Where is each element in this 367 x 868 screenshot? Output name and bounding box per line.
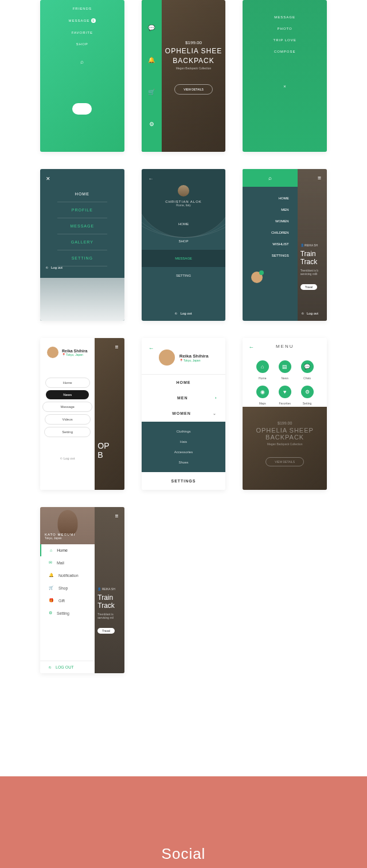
bg-title: B [97,450,124,459]
user-name: Reika Shihira [179,354,209,359]
nav-item[interactable]: 🛒Shop [40,582,95,594]
close-icon[interactable]: ✕ [46,176,50,182]
nav-item[interactable]: WOMEN⌄ [142,406,226,422]
tag[interactable]: Travel [300,284,318,290]
user-location: 📍 Tokyo, Japan [62,353,87,356]
article-title: Train [97,594,121,602]
nav-item[interactable]: GALLERY [57,234,107,250]
nav-item[interactable]: MESSAGE [243,11,327,23]
nav-item[interactable]: 🎁Gift [40,594,95,607]
nav-item[interactable]: Message [42,402,92,412]
article-title: Track [300,258,324,266]
sub-nav-item[interactable]: Shoes [142,457,226,468]
nav-item[interactable]: 🔔Notification [40,569,95,582]
section-heading: Social [0,776,367,868]
gear-icon[interactable]: ⚙ [149,121,154,127]
logout-button[interactable]: ⎋LOG OUT [40,661,95,673]
gear-icon: ⚙ [301,386,314,398]
nav-item[interactable]: SETTINGS [142,472,226,490]
avatar [47,347,58,358]
nav-item[interactable]: HOME [142,375,226,390]
nav-item[interactable]: PHOTO [243,23,327,34]
close-icon[interactable]: ✕ [243,80,327,92]
sub-nav-item[interactable]: Clothings [142,426,226,437]
nav-item[interactable]: HOME [243,193,288,204]
chevron-right-icon: › [215,396,217,400]
nav-item[interactable]: WISHLIST [243,238,288,250]
logout-button[interactable]: ⎋Log out [40,260,124,275]
nav-item[interactable]: ✉Mail [40,556,95,569]
nav-item[interactable]: WOMEN [243,215,288,227]
logout-button[interactable]: LOG OUT [72,103,92,115]
nav-item[interactable]: MESSAGE [142,250,226,267]
menu-item-home[interactable]: ⌂Home [256,360,269,380]
cart-icon[interactable]: 🛒 [148,89,155,95]
sub-nav-item[interactable]: Hats [142,437,226,447]
home-icon: ⌂ [50,548,52,552]
chat-icon[interactable]: 💬 [148,25,155,31]
nav-item[interactable]: Home [45,378,90,388]
logout-icon: ⎋ [302,312,304,315]
search-icon[interactable]: ⌕ [40,50,124,69]
product-price: $199.00 [243,421,327,425]
nav-item[interactable]: SHOP [40,38,124,50]
nav-item[interactable]: CHILDREN [243,227,288,238]
gear-icon: ⚙ [49,611,52,615]
nav-item[interactable]: PROFILE [57,202,107,218]
menu-icon[interactable]: ≡ [115,344,119,350]
logout-button[interactable]: ⎋ Log out [40,448,95,469]
view-details-button[interactable]: VIEW DETAILS [174,84,213,95]
nav-item[interactable]: TRIP LOVE [243,34,327,46]
nav-item[interactable]: Setting [44,427,91,437]
menu-icon[interactable]: ≡ [115,513,119,519]
nav-item[interactable]: News [46,390,89,399]
author: 👤 REIKA SH [97,587,121,591]
nav-item[interactable]: SETTINGS [243,250,288,261]
gift-icon: 🎁 [49,598,54,603]
news-icon: ▤ [279,360,291,373]
author: 👤 REIKA SH [300,243,324,247]
logout-icon: ⎋ [175,312,177,315]
nav-item[interactable]: SETTING [142,267,226,284]
menu-title: MENU [243,338,327,355]
avatar[interactable] [251,272,263,283]
bg-title: OP [97,441,124,450]
back-icon[interactable]: ← [248,344,254,350]
menu-icon[interactable]: ≡ [318,175,321,181]
nav-item[interactable]: COMPOSE [243,46,327,57]
menu-item-news[interactable]: ▤News [279,360,291,380]
article-desc: servicing milli [300,272,324,276]
logout-icon: ⎋ [49,665,51,669]
article-desc: servicing mil [97,616,121,619]
tag[interactable]: Travel [97,628,115,634]
nav-item[interactable]: Videos [45,414,91,425]
nav-item[interactable]: SHOP [142,233,226,250]
sub-nav-item[interactable]: Accessories [142,447,226,457]
home-icon: ⌂ [256,360,269,373]
product-title: OPHELIA SHEEP [243,427,327,434]
search-icon[interactable]: ⌕ [268,175,272,181]
nav-item[interactable]: ⌂Home [40,544,95,556]
nav-item[interactable]: FAVORITE [40,27,124,38]
nav-item[interactable]: ⚙Setting [40,607,95,619]
nav-item[interactable]: MESSAGE5 [40,14,124,27]
nav-item[interactable]: HOME [142,215,226,233]
nav-item[interactable]: MESSAGE [57,218,107,234]
article-title: Track [97,602,121,610]
nav-item[interactable]: HOME [57,186,107,202]
nav-item[interactable]: FRIENDS [40,3,124,14]
bell-icon[interactable]: 🔔 [148,57,155,63]
back-icon[interactable]: ← [149,345,154,351]
product-subtitle: Megan Backpack Collection [162,66,226,70]
menu-item-favorites[interactable]: ♥Favorites [279,386,291,405]
logout-button[interactable]: ⎋Log out [142,306,226,321]
menu-item-chats[interactable]: 💬Chats [301,360,314,380]
logout-button[interactable]: ⎋Log out [243,306,327,321]
product-title: OPHELIA SHEE [162,47,226,55]
user-location: Rome, Italy [142,203,226,207]
nav-item[interactable]: MEN› [142,390,226,406]
menu-item-maps[interactable]: ◉Maps [256,386,269,405]
view-details-button[interactable]: VIEW DETAILS [266,457,304,466]
menu-item-setting[interactable]: ⚙Setting [301,386,314,405]
nav-item[interactable]: MEN [243,204,288,215]
